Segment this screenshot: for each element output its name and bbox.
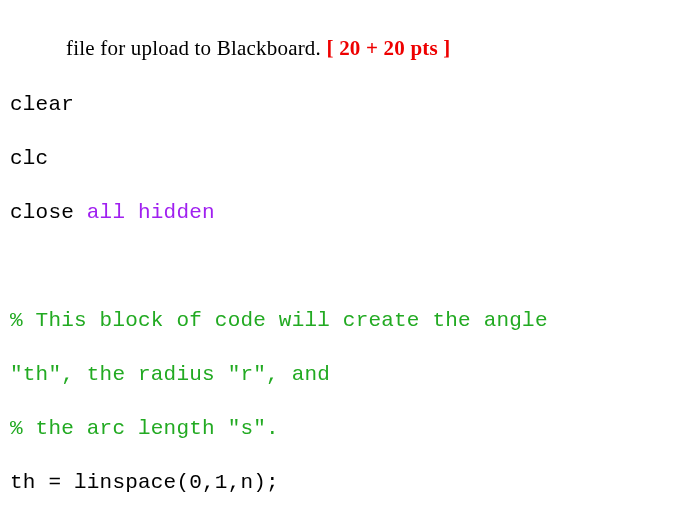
code-line: clear [10,91,700,118]
comment-line: % the arc length "s". [10,415,700,442]
points-bracket-open: [ [326,36,339,60]
code-text: close [10,201,87,224]
comment-line: % This block of code will create the ang… [10,307,700,334]
instruction-line: file for upload to Blackboard. [ 20 + 20… [10,35,700,62]
comment-line: "th", the radius "r", and [10,361,700,388]
instruction-text: file for upload to Blackboard. [66,36,326,60]
code-line: th = linspace(0,1,n); [10,469,700,496]
code-line: close all hidden [10,199,700,226]
document-page: file for upload to Blackboard. [ 20 + 20… [0,0,700,515]
keyword: all hidden [87,201,215,224]
code-line: clc [10,145,700,172]
points-value: 20 + 20 pts [339,36,438,60]
blank-line [10,253,700,280]
points-bracket-close: ] [438,36,451,60]
